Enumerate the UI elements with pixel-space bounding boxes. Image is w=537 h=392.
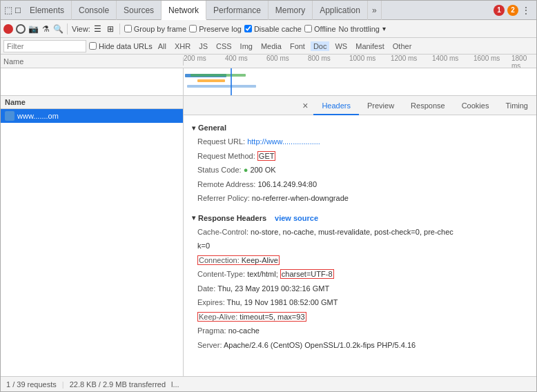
grid-view-icon[interactable]: ⊞: [106, 24, 115, 34]
keep-alive-row: Keep-Alive: timeout=5, max=93: [197, 310, 528, 324]
img-filter-btn[interactable]: Img: [237, 41, 255, 51]
connection-row: Connection: Keep-Alive: [197, 253, 528, 268]
expires-key: Expires:: [197, 298, 225, 306]
cache-control-row2: k=0: [197, 239, 528, 253]
search-icon[interactable]: 🔍: [53, 24, 63, 34]
tab-cookies[interactable]: Cookies: [453, 96, 498, 115]
css-filter-btn[interactable]: CSS: [213, 41, 235, 51]
throttling-dropdown-icon[interactable]: ▾: [382, 25, 386, 32]
response-headers-section-header[interactable]: Response Headers view source: [192, 211, 528, 225]
list-view-icon[interactable]: ☰: [93, 24, 103, 34]
date-val: Thu, 23 May 2019 00:32:16 GMT: [217, 284, 329, 293]
charset-val: charset=UTF-8: [282, 270, 333, 278]
preserve-log-check[interactable]: Preserve log: [189, 25, 242, 33]
record-button[interactable]: [3, 24, 13, 34]
request-url-key: Request URL:: [197, 137, 245, 146]
pragma-val: no-cache: [228, 326, 260, 335]
tab-timing[interactable]: Timing: [497, 96, 536, 115]
tab-application[interactable]: Application: [313, 1, 368, 20]
tick-600: 600 ms: [266, 55, 289, 62]
tab-elements[interactable]: Elements: [23, 1, 72, 20]
devtools-frame: ⬚ □ Elements Console Sources Network Per…: [0, 0, 537, 392]
more-options-icon[interactable]: ⋮: [521, 5, 531, 16]
group-by-frame-input[interactable]: [124, 25, 132, 32]
offline-check[interactable]: Offline: [304, 25, 336, 33]
doc-filter-btn[interactable]: Doc: [311, 41, 330, 51]
status-more: l...: [171, 380, 179, 389]
stop-button[interactable]: [16, 24, 26, 34]
tab-sources[interactable]: Sources: [117, 1, 162, 20]
content-type-key: Content-Type:: [197, 270, 245, 278]
connection-val: Keep-Alive: [242, 256, 278, 264]
content-type-val: text/html;: [247, 270, 278, 278]
filter-icon[interactable]: ⚗: [41, 24, 50, 34]
timeline-cursor-line: [231, 68, 232, 95]
tab-network[interactable]: Network: [162, 1, 206, 20]
status-code-row: Status Code: ● 200 OK: [197, 163, 528, 177]
hide-data-urls-check[interactable]: Hide data URLs: [89, 42, 153, 50]
hide-data-urls-input[interactable]: [89, 42, 97, 50]
status-code-key: Status Code:: [197, 166, 242, 174]
pragma-key: Pragma:: [197, 326, 226, 335]
cache-control-val: no-store, no-cache, must-revalidate, pos…: [251, 228, 453, 236]
media-filter-btn[interactable]: Media: [258, 41, 284, 51]
request-url-val: http://www..................: [247, 137, 320, 146]
disable-cache-input[interactable]: [244, 25, 252, 32]
request-url-row: Request URL: http://www.................…: [197, 135, 528, 149]
toolbar-row: 📷 ⚗ 🔍 View: ☰ ⊞ Group by frame Preserve …: [1, 20, 536, 38]
date-row: Date: Thu, 23 May 2019 00:32:16 GMT: [197, 282, 528, 296]
detail-content: General Request URL: http://www.........…: [184, 115, 536, 376]
remote-address-key: Remote Address:: [197, 180, 255, 188]
all-filter-btn[interactable]: All: [155, 41, 169, 51]
offline-label: Offline: [314, 25, 336, 33]
tab-preview[interactable]: Preview: [359, 96, 402, 115]
detail-close-btn[interactable]: ×: [297, 100, 313, 111]
cache-control-val2: k=0: [197, 242, 210, 250]
tab-console[interactable]: Console: [72, 1, 117, 20]
tab-more[interactable]: »: [368, 1, 382, 20]
js-filter-btn[interactable]: JS: [196, 41, 211, 51]
cache-control-key: Cache-Control:: [197, 228, 248, 236]
response-headers-rows: Cache-Control: no-store, no-cache, must-…: [192, 225, 528, 358]
server-row: Server: Apache/2.4.6 (CentOS) OpenSSL/1.…: [197, 338, 528, 353]
preserve-log-input[interactable]: [189, 25, 197, 32]
font-filter-btn[interactable]: Font: [287, 41, 308, 51]
group-by-frame-check[interactable]: Group by frame: [124, 25, 186, 33]
disable-cache-label: Disable cache: [254, 25, 302, 33]
manifest-filter-btn[interactable]: Manifest: [353, 41, 387, 51]
request-row-0[interactable]: www.......om: [1, 109, 183, 123]
filter-input[interactable]: [3, 40, 86, 52]
other-filter-btn[interactable]: Other: [390, 41, 415, 51]
view-label: View:: [72, 25, 90, 33]
timeline-name-col: [1, 68, 184, 95]
tab-response[interactable]: Response: [402, 96, 453, 115]
status-sep: |: [62, 380, 64, 389]
tick-1200: 1200 ms: [391, 55, 417, 62]
timeline-name-header: Name: [1, 57, 184, 66]
referrer-policy-row: Referrer Policy: no-referrer-when-downgr…: [197, 191, 528, 206]
keep-alive-highlight: Keep-Alive: timeout=5, max=93: [197, 312, 306, 322]
keep-alive-val: timeout=5, max=93: [240, 313, 304, 321]
connection-key: Connection:: [199, 256, 240, 264]
general-section-header[interactable]: General: [192, 121, 528, 135]
offline-input[interactable]: [304, 25, 312, 32]
name-column-header: Name: [1, 96, 183, 109]
xhr-filter-btn[interactable]: XHR: [172, 41, 193, 51]
general-section-rows: Request URL: http://www.................…: [192, 135, 528, 211]
disable-cache-check[interactable]: Disable cache: [244, 25, 302, 33]
status-dot: ●: [244, 166, 248, 174]
status-bar: 1 / 39 requests | 22.8 KB / 2.9 MB trans…: [1, 376, 536, 391]
charset-highlight: charset=UTF-8: [280, 269, 334, 279]
tab-performance[interactable]: Performance: [206, 1, 268, 20]
ws-filter-btn[interactable]: WS: [332, 41, 350, 51]
date-key: Date:: [197, 284, 215, 293]
tab-memory[interactable]: Memory: [268, 1, 313, 20]
requests-list: Name www.......om: [1, 96, 184, 376]
requests-count: 1 / 39 requests: [6, 380, 57, 389]
view-source-link[interactable]: view source: [275, 214, 318, 222]
tab-headers[interactable]: Headers: [313, 96, 359, 115]
separator: [67, 23, 68, 35]
camera-icon[interactable]: 📷: [28, 24, 38, 34]
expires-row: Expires: Thu, 19 Nov 1981 08:52:00 GMT: [197, 295, 528, 310]
cursor-icon: ⬚: [3, 6, 13, 15]
